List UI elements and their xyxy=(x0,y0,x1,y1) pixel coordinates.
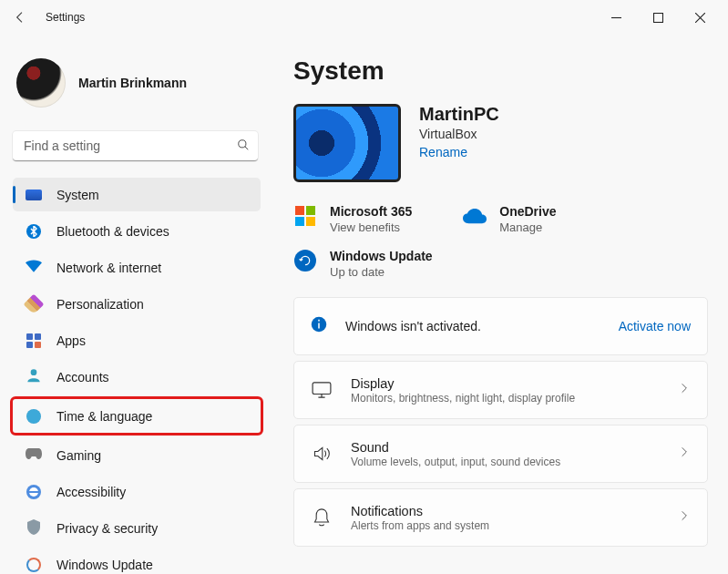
nav-personalization[interactable]: Personalization xyxy=(13,287,261,321)
tile-title: Windows Update xyxy=(330,249,433,263)
person-icon xyxy=(26,369,42,385)
svg-rect-4 xyxy=(318,323,320,329)
tile-title: Microsoft 365 xyxy=(330,204,412,219)
nav-accessibility[interactable]: Accessibility xyxy=(13,475,261,508)
search-input[interactable] xyxy=(13,131,258,161)
pc-hero: MartinPC VirtualBox Rename xyxy=(293,104,708,182)
system-icon xyxy=(26,187,42,203)
nav-label: Accounts xyxy=(56,370,109,384)
svg-point-1 xyxy=(239,139,246,147)
bell-icon xyxy=(311,507,333,528)
nav-label: Gaming xyxy=(56,448,101,463)
chevron-right-icon xyxy=(678,382,691,398)
search-box[interactable] xyxy=(13,131,261,161)
m365-icon xyxy=(293,204,317,228)
onedrive-icon xyxy=(463,204,487,228)
nav-label: Accessibility xyxy=(56,485,126,499)
nav-system[interactable]: System xyxy=(13,178,261,211)
main-content: System MartinPC VirtualBox Rename Micros… xyxy=(273,35,728,574)
page-title: System xyxy=(293,56,708,86)
rename-link[interactable]: Rename xyxy=(419,145,467,159)
display-icon xyxy=(311,382,333,398)
card-title: Notifications xyxy=(351,504,660,518)
nav-privacy[interactable]: Privacy & security xyxy=(13,511,261,545)
nav-label: Bluetooth & devices xyxy=(56,224,169,239)
sound-icon xyxy=(311,445,333,463)
tile-windows-update[interactable]: Windows Update Up to date xyxy=(293,249,708,279)
nav-label: Privacy & security xyxy=(56,521,158,536)
avatar xyxy=(16,58,66,108)
pc-model: VirtualBox xyxy=(419,127,499,141)
svg-point-2 xyxy=(31,369,37,375)
nav-label: Apps xyxy=(56,333,86,348)
highlight-annotation: Time & language xyxy=(10,396,263,436)
tile-sub: Manage xyxy=(499,220,556,234)
activate-link[interactable]: Activate now xyxy=(619,319,691,333)
card-display[interactable]: Display Monitors, brightness, night ligh… xyxy=(293,361,708,419)
nav-network[interactable]: Network & internet xyxy=(13,251,261,284)
nav-bluetooth[interactable]: Bluetooth & devices xyxy=(13,214,261,248)
tile-onedrive[interactable]: OneDrive Manage xyxy=(463,204,556,234)
nav-label: Network & internet xyxy=(56,261,161,275)
nav-label: Windows Update xyxy=(56,558,153,572)
titlebar: Settings xyxy=(0,0,728,35)
tile-title: OneDrive xyxy=(499,204,556,219)
shield-icon xyxy=(26,520,42,537)
wifi-icon xyxy=(26,260,42,276)
tile-microsoft365[interactable]: Microsoft 365 View benefits xyxy=(293,204,412,234)
svg-rect-6 xyxy=(313,383,331,395)
pc-wallpaper-thumb[interactable] xyxy=(293,104,401,182)
card-sub: Monitors, brightness, night light, displ… xyxy=(351,392,660,405)
username: Martin Brinkmann xyxy=(78,76,187,90)
nav-apps[interactable]: Apps xyxy=(13,323,261,357)
card-sound[interactable]: Sound Volume levels, output, input, soun… xyxy=(293,425,708,483)
sidebar: Martin Brinkmann System Bluetooth & devi… xyxy=(0,35,273,574)
brush-icon xyxy=(26,296,42,313)
apps-icon xyxy=(26,333,42,349)
card-sub: Volume levels, output, input, sound devi… xyxy=(351,456,660,468)
update-status-icon xyxy=(293,249,317,272)
minimize-button[interactable] xyxy=(595,4,637,31)
update-icon xyxy=(26,557,42,573)
nav-label: Time & language xyxy=(56,409,152,424)
gamepad-icon xyxy=(26,447,42,464)
nav-gaming[interactable]: Gaming xyxy=(13,438,261,472)
globe-clock-icon xyxy=(26,408,42,425)
nav-label: System xyxy=(56,188,99,202)
nav-label: Personalization xyxy=(56,297,144,312)
search-icon xyxy=(237,138,250,155)
svg-rect-0 xyxy=(653,13,662,22)
maximize-button[interactable] xyxy=(637,4,679,31)
nav-time-language[interactable]: Time & language xyxy=(13,399,261,433)
chevron-right-icon xyxy=(678,446,691,462)
card-title: Sound xyxy=(351,440,660,455)
back-button[interactable] xyxy=(7,5,33,30)
nav-windows-update[interactable]: Windows Update xyxy=(13,548,261,574)
close-button[interactable] xyxy=(679,4,721,31)
accessibility-icon xyxy=(26,484,42,500)
profile[interactable]: Martin Brinkmann xyxy=(16,58,261,108)
nav: System Bluetooth & devices Network & int… xyxy=(13,178,261,574)
tile-sub: View benefits xyxy=(330,220,412,234)
svg-rect-5 xyxy=(318,320,320,322)
activation-banner[interactable]: Windows isn't activated. Activate now xyxy=(293,297,708,355)
info-icon xyxy=(311,316,327,336)
card-sub: Alerts from apps and system xyxy=(351,519,660,532)
nav-accounts[interactable]: Accounts xyxy=(13,360,261,394)
tile-sub: Up to date xyxy=(330,265,433,279)
chevron-right-icon xyxy=(678,509,691,526)
pc-name: MartinPC xyxy=(419,104,499,125)
card-notifications[interactable]: Notifications Alerts from apps and syste… xyxy=(293,488,708,547)
window-title: Settings xyxy=(46,11,85,24)
bluetooth-icon xyxy=(26,223,42,240)
activation-message: Windows isn't activated. xyxy=(345,319,600,333)
card-title: Display xyxy=(351,376,660,391)
